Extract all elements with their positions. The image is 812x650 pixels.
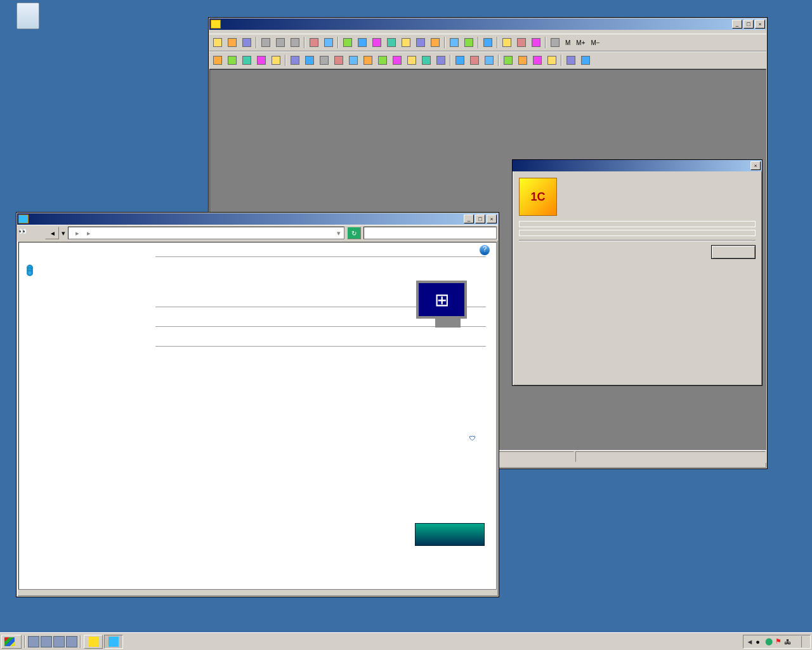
tb2-icon[interactable] <box>419 53 433 67</box>
tb-tool-icon[interactable] <box>341 36 355 50</box>
show-desktop-button[interactable] <box>801 636 808 647</box>
tb-mplus-icon[interactable]: M+ <box>573 36 587 50</box>
tb-tool-icon[interactable] <box>500 36 514 50</box>
ql-icon[interactable] <box>53 636 65 647</box>
ql-icon[interactable] <box>28 636 39 647</box>
tray-network-icon[interactable]: 🖧 <box>784 638 791 646</box>
tb-tool-icon[interactable] <box>514 36 528 50</box>
tb-cut-icon[interactable] <box>259 36 273 50</box>
tb2-icon[interactable] <box>361 53 375 67</box>
maximize-button[interactable]: □ <box>475 215 485 223</box>
tb-save-icon[interactable] <box>240 36 254 50</box>
genuine-badge[interactable] <box>415 523 485 546</box>
app-1c-icon <box>211 20 221 29</box>
tb-copy-icon[interactable] <box>273 36 287 50</box>
tb-paste-icon[interactable] <box>288 36 302 50</box>
tb-tool-icon[interactable] <box>399 36 413 50</box>
taskbar-task-system[interactable] <box>104 635 123 649</box>
tb2-icon[interactable] <box>482 53 496 67</box>
tb-tool-icon[interactable] <box>370 36 384 50</box>
minimize-button[interactable]: _ <box>464 215 474 223</box>
menu-tax[interactable] <box>250 30 256 33</box>
tb2-icon[interactable] <box>434 53 448 67</box>
about-components-box <box>519 230 756 236</box>
tb2-icon[interactable] <box>240 53 254 67</box>
tb2-icon[interactable] <box>405 53 419 67</box>
tb2-icon[interactable] <box>390 53 404 67</box>
menu-service[interactable] <box>256 30 263 33</box>
tb2-icon[interactable] <box>254 53 268 67</box>
tray-icon[interactable]: ⚑ <box>775 637 782 646</box>
tb-tool-icon[interactable] <box>355 36 369 50</box>
tb2-icon[interactable] <box>317 53 331 67</box>
tb2-icon[interactable] <box>225 53 239 67</box>
menu-windows[interactable] <box>263 30 269 33</box>
recycle-bin-icon[interactable] <box>8 3 48 30</box>
about-ok-button[interactable] <box>711 245 756 259</box>
tb2-icon[interactable] <box>530 53 544 67</box>
tb2-icon[interactable] <box>211 53 225 67</box>
tb-sep <box>561 55 562 66</box>
sidebar-wu-link[interactable] <box>27 451 139 453</box>
tb-tool-icon[interactable] <box>548 36 562 50</box>
menu-operations[interactable] <box>218 30 225 33</box>
tb-calc-icon[interactable] <box>447 36 461 50</box>
close-button[interactable]: × <box>755 20 765 29</box>
tb-help-icon[interactable] <box>481 36 495 50</box>
tb2-icon[interactable] <box>332 53 346 67</box>
sidebar-advanced-link[interactable] <box>27 268 139 270</box>
tray-icon[interactable]: ● <box>756 638 760 646</box>
tb-tool-icon[interactable] <box>384 36 398 50</box>
system-titlebar[interactable]: _ □ × <box>17 213 498 225</box>
close-button[interactable]: × <box>487 215 497 223</box>
refresh-button[interactable]: ↻ <box>347 227 361 239</box>
tray-icon[interactable]: ⬤ <box>765 637 773 646</box>
tb-tool-icon[interactable] <box>529 36 543 50</box>
tb2-icon[interactable] <box>346 53 360 67</box>
tb2-icon[interactable] <box>269 53 283 67</box>
tb2-icon[interactable] <box>453 53 467 67</box>
tb-m-icon[interactable]: M <box>563 36 573 50</box>
tb-calendar-icon[interactable] <box>462 36 476 50</box>
app-1c-toolbar-1: M M+ M− <box>209 34 766 51</box>
menu-reports[interactable] <box>244 30 250 33</box>
tb-tool-icon[interactable] <box>414 36 428 50</box>
tb2-icon[interactable] <box>303 53 317 67</box>
tb-new-icon[interactable] <box>211 36 225 50</box>
about-titlebar[interactable]: × <box>513 160 762 171</box>
tb2-icon[interactable] <box>545 53 559 67</box>
tb2-icon[interactable] <box>579 53 593 67</box>
minimize-button[interactable]: _ <box>732 20 742 29</box>
menu-file[interactable] <box>212 30 218 33</box>
search-input[interactable] <box>363 227 497 239</box>
tb2-icon[interactable] <box>376 53 390 67</box>
taskbar-task-1c[interactable] <box>84 635 103 649</box>
back-button[interactable]: ◄ <box>45 227 59 239</box>
change-params-link[interactable] <box>469 434 477 442</box>
tb2-icon[interactable] <box>288 53 302 67</box>
tb-tool-icon[interactable] <box>428 36 442 50</box>
dropdown-icon[interactable]: ▾ <box>335 229 343 237</box>
group-activation <box>153 346 486 347</box>
tb-mminus-icon[interactable]: M− <box>589 36 603 50</box>
start-button[interactable] <box>1 635 22 649</box>
tb2-icon[interactable] <box>468 53 481 67</box>
tray-expand-icon[interactable]: ◄ <box>746 638 753 646</box>
maximize-button[interactable]: □ <box>743 20 754 29</box>
tb2-icon[interactable] <box>564 53 578 67</box>
tb-preview-icon[interactable] <box>322 36 336 50</box>
tb-print-icon[interactable] <box>307 36 321 50</box>
menu-journals[interactable] <box>237 30 244 33</box>
dropdown-icon[interactable]: ▾ <box>62 229 65 237</box>
about-close-button[interactable]: × <box>750 161 761 170</box>
ql-icon[interactable] <box>41 636 52 647</box>
menu-refs[interactable] <box>225 30 231 33</box>
tb2-icon[interactable] <box>516 53 530 67</box>
menu-help[interactable] <box>269 30 275 33</box>
menu-docs[interactable] <box>231 30 237 33</box>
app-1c-titlebar[interactable]: _ □ × <box>209 18 766 30</box>
tb2-icon[interactable] <box>501 53 515 67</box>
tb-open-icon[interactable] <box>225 36 239 50</box>
ql-icon[interactable] <box>66 636 77 647</box>
help-icon[interactable]: ? <box>480 245 490 255</box>
